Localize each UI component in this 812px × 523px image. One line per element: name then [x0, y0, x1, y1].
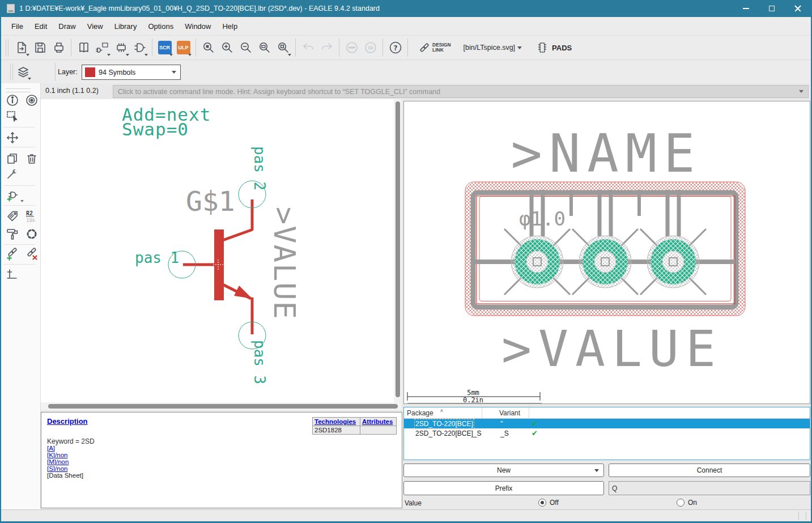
resize-grip[interactable] — [798, 512, 806, 520]
change-tool[interactable] — [6, 168, 19, 181]
zoom-in-icon — [220, 41, 234, 54]
zoom-fit-button[interactable] — [199, 39, 218, 57]
command-line-placeholder: Click to activate command line mode. Hin… — [118, 88, 440, 96]
go-button[interactable]: GO — [361, 39, 380, 57]
minimize-icon — [743, 8, 749, 9]
variant-column-header[interactable]: Variant — [482, 407, 529, 418]
chevron-down-icon — [799, 90, 804, 93]
paste-tool[interactable] — [6, 227, 19, 241]
package-button[interactable] — [112, 39, 130, 57]
save-button[interactable] — [31, 39, 49, 57]
toolbar: SCR ULP GO ? DESIGNLINK [bin/LTspice.svg… — [1, 35, 811, 59]
name-tool[interactable] — [6, 210, 19, 223]
attribute-cell[interactable] — [360, 426, 397, 435]
ltspice-dropdown[interactable]: [bin/LTspice.svg] — [464, 44, 522, 52]
minimize-button[interactable] — [733, 0, 759, 17]
technology-cell[interactable]: 2SD1828 — [313, 426, 360, 435]
add-gate-tool[interactable] — [6, 189, 19, 202]
menu-window[interactable]: Window — [179, 20, 216, 33]
description-title-link[interactable]: Description — [47, 417, 88, 426]
wrench-icon — [6, 168, 19, 181]
scrollbar-thumb[interactable] — [396, 101, 400, 397]
zoom-out-button[interactable] — [236, 39, 255, 57]
unlink-tool[interactable] — [25, 247, 39, 261]
menu-library[interactable]: Library — [109, 20, 143, 33]
package-icon — [114, 41, 128, 54]
zoom-fit-icon — [202, 41, 215, 54]
value-on-radio[interactable]: On — [677, 499, 697, 507]
device-button[interactable] — [93, 39, 112, 57]
library-button[interactable] — [74, 39, 93, 57]
pin3-label: pas 3 — [251, 340, 268, 384]
zoom-select-button[interactable] — [255, 39, 274, 57]
menu-view[interactable]: View — [82, 20, 109, 33]
layer-color-swatch — [85, 67, 95, 77]
dotted-circle-icon — [25, 227, 39, 241]
ulp-icon: ULP — [177, 41, 190, 54]
svg-text:10k: 10k — [26, 218, 36, 223]
new-file-icon — [15, 41, 28, 54]
value-off-radio[interactable]: Off — [538, 499, 559, 507]
layer-settings-button[interactable] — [14, 62, 32, 81]
menu-edit[interactable]: Edit — [29, 20, 53, 33]
copy-tool[interactable] — [6, 152, 19, 165]
command-line-input[interactable]: Click to activate command line mode. Hin… — [113, 85, 809, 98]
symbol-editor-canvas[interactable]: Add=next Swap=0 G$1 >VALUE — [41, 99, 394, 402]
print-button[interactable] — [49, 39, 68, 57]
link-remove-icon — [25, 247, 39, 261]
undo-button[interactable] — [299, 39, 317, 57]
eagle-window: 1 D:¥DATE¥E-work¥_Eagle mmLibrary05_01_0… — [0, 0, 812, 523]
connect-button[interactable]: Connect — [609, 464, 810, 477]
redo-button[interactable] — [317, 39, 336, 57]
table-row[interactable]: 2SD_TO-220[BCE]_S _S ✔ — [404, 428, 810, 438]
delete-tool[interactable] — [25, 152, 39, 165]
symbol-button[interactable] — [130, 39, 149, 57]
menu-options[interactable]: Options — [142, 20, 179, 33]
help-button[interactable]: ? — [386, 39, 405, 57]
link-k-non[interactable]: [K]/non — [47, 452, 67, 458]
move-icon — [6, 131, 19, 144]
new-file-button[interactable] — [12, 39, 31, 57]
show-tool[interactable] — [25, 93, 39, 107]
link-a[interactable]: [A] — [47, 445, 55, 452]
table-row[interactable]: 2SD_TO-220[BCE] '' ✔ — [404, 419, 810, 428]
link-s-non[interactable]: [S]/non — [47, 465, 67, 472]
prefix-button[interactable]: Prefix — [403, 481, 604, 495]
link-m-non[interactable]: [M]/non — [47, 458, 69, 465]
info-tool[interactable] — [6, 93, 19, 107]
prefix-value-field[interactable]: Q — [609, 481, 810, 495]
technologies-header-link[interactable]: Technologies — [314, 418, 356, 425]
dimension-tool[interactable] — [6, 268, 19, 282]
script-button[interactable]: SCR — [155, 39, 174, 57]
layer-combobox[interactable]: 94 Symbols — [82, 65, 181, 80]
replace-tool[interactable] — [25, 227, 39, 241]
move-tool[interactable] — [6, 131, 19, 144]
scrollbar-thumb[interactable] — [48, 404, 398, 409]
menu-file[interactable]: File — [6, 20, 29, 33]
menu-draw[interactable]: Draw — [53, 20, 81, 33]
link-tool[interactable] — [6, 247, 19, 261]
new-package-button[interactable]: New — [403, 464, 604, 477]
zoom-redraw-button[interactable] — [274, 39, 292, 57]
group-select-tool[interactable] — [6, 109, 19, 123]
package-column-header[interactable]: Package˄ — [404, 407, 482, 418]
symbol-horizontal-scrollbar[interactable] — [41, 402, 402, 410]
zoom-redraw-icon — [277, 41, 290, 54]
scale-bar: 5mm 0.2in — [407, 389, 542, 403]
pads-button[interactable]: PADS — [535, 41, 572, 54]
value-tool[interactable]: R210k — [25, 210, 39, 223]
attributes-header-link[interactable]: Attributes — [362, 418, 393, 425]
layers-icon — [16, 65, 30, 79]
symbol-vertical-scrollbar[interactable] — [394, 99, 402, 402]
zoom-in-button[interactable] — [218, 39, 236, 57]
stop-button[interactable] — [342, 39, 361, 57]
menu-help[interactable]: Help — [216, 20, 243, 33]
grid-position-readout: 0.1 inch (1.1 0.2) — [45, 87, 99, 95]
print-icon — [52, 41, 66, 54]
value-placeholder-text: >VALUE — [501, 320, 722, 378]
close-button[interactable] — [785, 0, 811, 17]
package-preview-canvas[interactable]: >NAME φ1.0 >VALUE — [403, 101, 810, 404]
maximize-button[interactable] — [759, 0, 785, 17]
design-link-button[interactable]: DESIGNLINK — [419, 42, 451, 53]
ulp-button[interactable]: ULP — [174, 39, 193, 57]
